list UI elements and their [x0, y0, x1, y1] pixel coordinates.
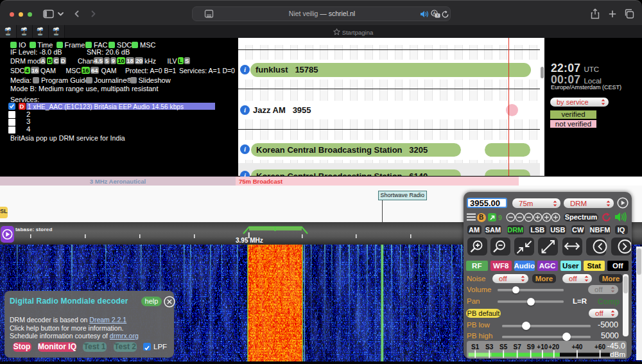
svg-text:S7: S7	[513, 343, 521, 351]
svg-text:+10: +10	[537, 343, 548, 351]
svg-text:-45.0: -45.0	[607, 341, 626, 350]
svg-text:S3: S3	[485, 343, 494, 351]
svg-text:+60: +60	[594, 343, 605, 351]
svg-text:S9: S9	[526, 343, 535, 351]
svg-text:dBm: dBm	[610, 351, 625, 358]
svg-text:+20: +20	[548, 343, 559, 351]
svg-text:S1: S1	[471, 343, 480, 351]
svg-text:S5: S5	[499, 343, 508, 351]
svg-text:3.95 MHz: 3.95 MHz	[236, 237, 263, 244]
svg-text:+40: +40	[571, 343, 582, 351]
